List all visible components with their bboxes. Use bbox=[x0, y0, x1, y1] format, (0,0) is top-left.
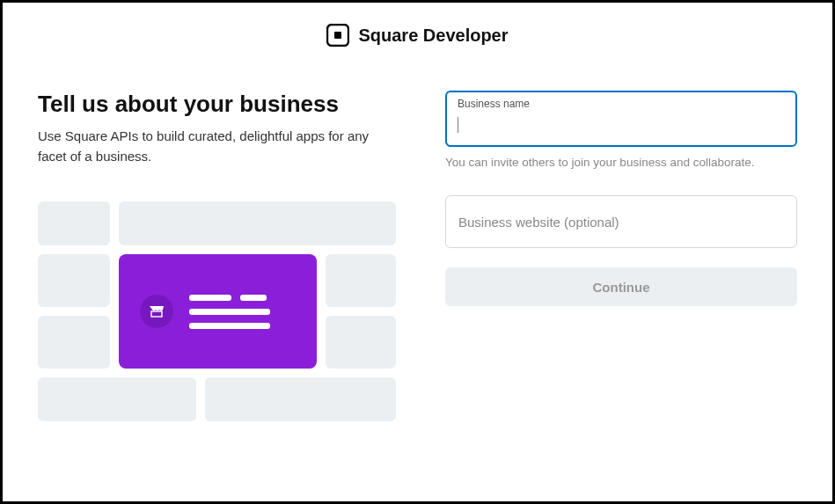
header: Square Developer bbox=[38, 24, 797, 47]
decorative-tile bbox=[38, 254, 110, 307]
decorative-line bbox=[240, 295, 267, 301]
business-illustration bbox=[38, 201, 396, 421]
decorative-tile bbox=[38, 316, 110, 369]
text-cursor bbox=[458, 117, 458, 133]
business-website-input[interactable] bbox=[445, 195, 797, 248]
page-subheading: Use Square APIs to build curated, deligh… bbox=[38, 127, 396, 166]
storefront-icon bbox=[140, 295, 173, 328]
business-card-illustration bbox=[119, 254, 317, 369]
business-name-field-group: Business name bbox=[445, 91, 797, 147]
decorative-line bbox=[189, 323, 270, 329]
decorative-line bbox=[189, 295, 231, 301]
business-name-helper: You can invite others to join your busin… bbox=[445, 156, 797, 169]
decorative-tile bbox=[38, 377, 196, 421]
decorative-tile bbox=[326, 316, 396, 369]
decorative-tile bbox=[326, 254, 396, 307]
continue-button[interactable]: Continue bbox=[445, 267, 797, 306]
decorative-tile bbox=[38, 201, 110, 245]
decorative-line bbox=[189, 309, 270, 315]
svg-rect-1 bbox=[334, 32, 341, 39]
svg-rect-2 bbox=[151, 311, 162, 317]
square-logo-icon bbox=[326, 24, 349, 47]
decorative-tile bbox=[205, 377, 396, 421]
page-heading: Tell us about your business bbox=[38, 91, 396, 118]
brand-text: Square Developer bbox=[358, 26, 508, 46]
decorative-tile bbox=[119, 201, 396, 245]
business-name-label: Business name bbox=[458, 98, 530, 110]
